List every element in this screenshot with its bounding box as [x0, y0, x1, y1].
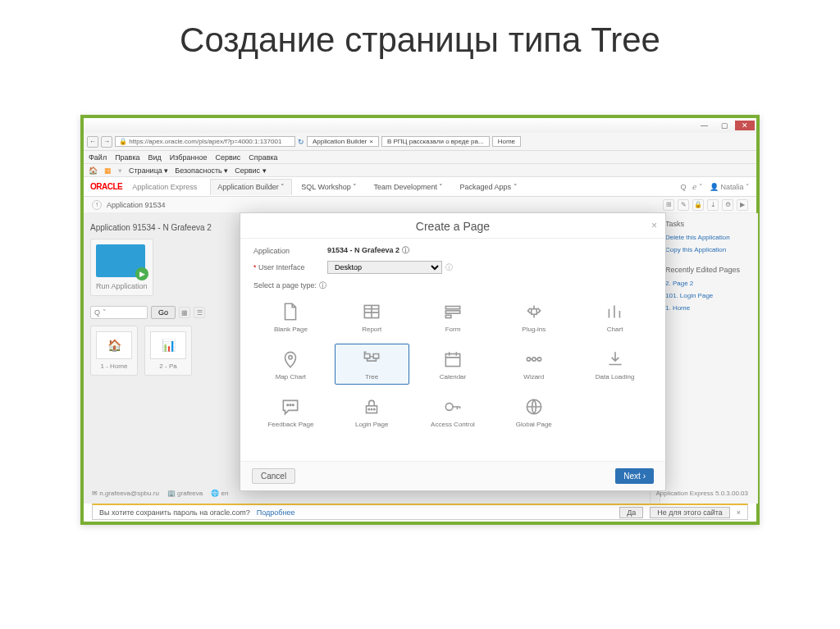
- footer-version: Application Express 5.0.3.00.03: [655, 490, 748, 497]
- tree-icon: [358, 348, 386, 371]
- oracle-logo: ORACLE: [90, 182, 122, 191]
- page-type-wizard[interactable]: Wizard: [496, 344, 571, 385]
- toolbar-item[interactable]: Страница ▾: [129, 166, 168, 175]
- next-button[interactable]: Next ›: [615, 468, 654, 484]
- tasks-sidebar: Tasks Delete this Application Copy this …: [660, 213, 758, 504]
- page-tile[interactable]: 🏠 1 - Home: [90, 326, 138, 376]
- page-type-calendar[interactable]: Calendar: [416, 344, 491, 385]
- nav-sql-workshop[interactable]: SQL Workshop ˅: [294, 179, 364, 195]
- svg-point-14: [368, 409, 369, 410]
- page-type-login[interactable]: Login Page: [335, 391, 409, 432]
- modal-body: Application 91534 - N Grafeeva 2 ⓘ User …: [240, 239, 665, 439]
- run-application-tile[interactable]: Run Application: [90, 239, 153, 296]
- page-type-label: Plug-ins: [500, 326, 567, 333]
- ui-select[interactable]: Desktop: [327, 261, 442, 274]
- menu-item[interactable]: Избранное: [170, 153, 208, 162]
- modal-close-icon[interactable]: ×: [651, 220, 657, 231]
- bc-edit-icon[interactable]: ✎: [678, 199, 689, 211]
- svg-point-7: [527, 358, 530, 361]
- page-type-plugins[interactable]: Plug-ins: [496, 296, 571, 337]
- page-type-access[interactable]: Access Control: [416, 391, 491, 432]
- menu-item[interactable]: Вид: [148, 153, 162, 162]
- refresh-icon[interactable]: ↻: [298, 138, 304, 146]
- svg-point-17: [445, 403, 453, 411]
- menu-item[interactable]: Сервис: [215, 153, 240, 162]
- svg-point-15: [372, 409, 372, 410]
- user-menu[interactable]: 👤 Natalia ˅: [710, 183, 750, 191]
- footer-item: 🏢 grafeeva: [167, 490, 203, 497]
- page-type-dataloading[interactable]: Data Loading: [578, 344, 652, 385]
- browser-tab[interactable]: В РПЦ рассказали о вреде ра...: [381, 136, 490, 147]
- save-pwd-yes[interactable]: Да: [619, 507, 643, 518]
- search-icon[interactable]: Q: [680, 183, 686, 191]
- go-button[interactable]: Go: [151, 306, 176, 319]
- apex-nav: Application Builder ˅ SQL Workshop ˅ Tea…: [210, 179, 524, 195]
- minimize-button[interactable]: —: [694, 121, 714, 130]
- page-type-feedback[interactable]: Feedback Page: [253, 391, 328, 432]
- menu-item[interactable]: Файл: [89, 153, 107, 162]
- maximize-button[interactable]: ▢: [714, 121, 735, 130]
- toolbar-item[interactable]: Сервис ▾: [235, 166, 266, 175]
- feed-icon[interactable]: ▦: [104, 166, 112, 175]
- nav-app-builder[interactable]: Application Builder ˅: [210, 179, 292, 195]
- view-cards-icon[interactable]: ▦: [179, 307, 190, 318]
- bc-util-icon[interactable]: ⚙: [722, 199, 733, 211]
- page-type-blank[interactable]: Blank Page: [253, 296, 328, 337]
- cancel-button[interactable]: Cancel: [252, 468, 295, 484]
- field-value: 91534 - N Grafeeva 2 ⓘ: [327, 245, 409, 256]
- page-type-chart[interactable]: Chart: [578, 296, 652, 337]
- up-button[interactable]: ↑: [92, 200, 102, 210]
- page-type-report[interactable]: Report: [335, 296, 409, 337]
- recent-link[interactable]: 1. Home: [665, 302, 753, 314]
- bc-play-icon[interactable]: ▶: [737, 199, 748, 211]
- page-tile[interactable]: 📊 2 - Pa: [144, 326, 192, 376]
- browser-menu: Файл Правка Вид Избранное Сервис Справка: [84, 151, 756, 164]
- close-button[interactable]: ✕: [735, 121, 755, 130]
- help-icon[interactable]: ℯ ˅: [692, 183, 703, 191]
- save-pwd-more[interactable]: Подробнее: [257, 508, 295, 517]
- page-type-tree[interactable]: Tree: [335, 344, 409, 385]
- info-icon[interactable]: ⓘ: [445, 262, 453, 273]
- svg-point-16: [374, 409, 375, 410]
- page-type-form[interactable]: Form: [416, 296, 491, 337]
- browser-tab[interactable]: Home: [492, 136, 521, 147]
- apex-header: ORACLE Application Express Application B…: [84, 177, 756, 197]
- recent-link[interactable]: 101. Login Page: [665, 289, 753, 302]
- save-pwd-no[interactable]: Не для этого сайта: [650, 507, 729, 518]
- apex-header-right: Q ℯ ˅ 👤 Natalia ˅: [680, 183, 750, 191]
- browser-tab[interactable]: Application Builder×: [307, 136, 379, 147]
- save-pwd-close[interactable]: ×: [737, 508, 741, 517]
- recent-link[interactable]: 2. Page 2: [665, 277, 753, 289]
- page-type-label: Form: [420, 326, 486, 333]
- page-icon: 📊: [150, 331, 186, 359]
- page-type-grid: Blank PageReportFormPlug-insChartMap Cha…: [253, 296, 652, 432]
- task-link[interactable]: Copy this Application: [665, 244, 753, 256]
- window-chrome: — ▢ ✕: [84, 118, 756, 133]
- toolbar-item[interactable]: Безопасность ▾: [175, 166, 228, 175]
- page-type-label: Feedback Page: [258, 421, 324, 428]
- bc-icon[interactable]: ⊞: [663, 199, 674, 211]
- menu-item[interactable]: Правка: [115, 153, 139, 162]
- bc-download-icon[interactable]: ⤓: [707, 199, 719, 211]
- view-list-icon[interactable]: ☰: [194, 307, 205, 318]
- forward-button[interactable]: →: [101, 136, 112, 148]
- run-app-icon: [96, 244, 145, 277]
- bc-lock-icon[interactable]: 🔒: [692, 199, 704, 211]
- page-type-mapchart[interactable]: Map Chart: [253, 344, 328, 385]
- home-icon[interactable]: 🏠: [89, 166, 98, 175]
- footer-item: 🌐 en: [211, 490, 228, 497]
- page-type-global[interactable]: Global Page: [496, 391, 571, 432]
- back-button[interactable]: ←: [87, 136, 98, 148]
- plugins-icon: [520, 300, 548, 323]
- form-icon: [439, 300, 467, 323]
- nav-packaged-apps[interactable]: Packaged Apps ˅: [452, 179, 524, 195]
- task-link[interactable]: Delete this Application: [665, 231, 753, 244]
- nav-team-dev[interactable]: Team Development ˅: [366, 179, 450, 195]
- footer-item: ✉ n.grafeeva@spbu.ru: [92, 490, 159, 497]
- apex-product-name: Application Express: [132, 183, 197, 191]
- menu-item[interactable]: Справка: [249, 153, 277, 162]
- search-input[interactable]: Q ˅: [90, 306, 148, 319]
- save-password-bar: Вы хотите сохранить пароль на oracle.com…: [92, 504, 748, 520]
- url-input[interactable]: 🔒 https://apex.oracle.com/pls/apex/f?p=4…: [115, 136, 295, 147]
- page-type-label: Report: [339, 326, 405, 333]
